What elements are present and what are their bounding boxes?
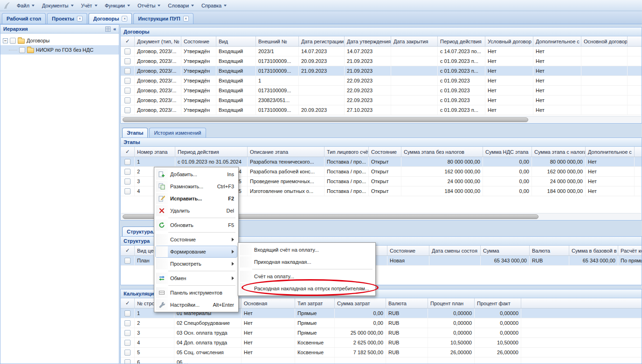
- check-column-header[interactable]: ✓: [121, 298, 135, 308]
- check-column-header[interactable]: ✓: [121, 36, 135, 46]
- row-checkbox[interactable]: [124, 48, 131, 55]
- menubar-item[interactable]: Файл: [13, 1, 38, 10]
- context-menu-item[interactable]: Добавить...Ins: [155, 168, 237, 180]
- context-menu-item[interactable]: Состояние: [155, 234, 237, 246]
- menubar-item[interactable]: Учёт: [77, 1, 101, 10]
- tab[interactable]: Этапы: [122, 128, 148, 137]
- menubar-item[interactable]: Функции: [101, 1, 134, 10]
- column-header[interactable]: Тип лицевого счёт: [324, 147, 369, 157]
- column-header[interactable]: Сумма НДС этапа: [483, 147, 532, 157]
- column-header[interactable]: Период действия: [438, 36, 485, 46]
- table-row[interactable]: 1с 01.09.2023 по 31.05.2024Разработка те…: [121, 157, 642, 167]
- tab-close-button[interactable]: ×: [122, 16, 127, 21]
- tree-checkbox[interactable]: [10, 38, 16, 44]
- h-scrollbar[interactable]: [121, 116, 641, 123]
- column-header[interactable]: Валюта: [386, 298, 428, 308]
- table-row[interactable]: Договор, 2023/...УтверждёнВходящий122.09…: [121, 76, 642, 86]
- column-header[interactable]: Валюта: [530, 246, 569, 255]
- row-checkbox[interactable]: [124, 78, 131, 84]
- tab[interactable]: Инструкции ПУП×: [133, 13, 193, 24]
- menubar-item[interactable]: Словари: [164, 1, 198, 10]
- context-menu-item[interactable]: УдалитьDel: [155, 205, 237, 217]
- column-header[interactable]: Дата регистрации: [299, 36, 345, 46]
- context-menu-item[interactable]: Настройки...Alt+Enter: [155, 299, 237, 311]
- column-header[interactable]: Основной договор: [581, 36, 628, 46]
- row-checkbox[interactable]: [124, 107, 131, 113]
- row-checkbox[interactable]: [124, 320, 131, 326]
- tree-collapse-icon[interactable]: [3, 38, 8, 43]
- tab[interactable]: Рабочий стол: [2, 13, 46, 24]
- submenu-item[interactable]: Входящий счёт на оплату...: [239, 244, 374, 256]
- table-row[interactable]: 505 Соц. отчисленияНетКосвенные7 182 500…: [121, 348, 642, 357]
- row-checkbox[interactable]: [124, 179, 131, 185]
- menubar-item[interactable]: Отчёты: [134, 1, 164, 10]
- column-header[interactable]: Состояние: [387, 246, 429, 255]
- column-header[interactable]: Внешний №: [256, 36, 299, 46]
- tree-checkbox[interactable]: [19, 47, 25, 53]
- submenu-item[interactable]: Расходная накладная на отпуск потребител…: [239, 282, 374, 295]
- table-row[interactable]: Договор, 2023/...УтверждёнВходящий017310…: [121, 86, 642, 96]
- tab-close-button[interactable]: ×: [183, 16, 189, 21]
- context-menu-item[interactable]: Исправить...F2: [155, 192, 237, 205]
- column-header[interactable]: Сумма: [481, 246, 530, 255]
- column-header[interactable]: Дата закрытия: [391, 36, 438, 46]
- column-header[interactable]: Состояние: [369, 147, 401, 157]
- tab-close-button[interactable]: ×: [77, 16, 83, 21]
- column-header[interactable]: Тип затрат: [295, 298, 335, 308]
- row-checkbox[interactable]: [124, 310, 131, 316]
- table-row[interactable]: Договор, 2023/...УтверждёнВходящий2023/1…: [121, 47, 642, 56]
- column-header[interactable]: Процент факт: [475, 298, 521, 308]
- submenu-item[interactable]: Приходная накладная...: [239, 256, 374, 268]
- column-header[interactable]: Условный договор: [485, 36, 533, 46]
- table-row[interactable]: Договор, 2023/...УтверждёнВходящий017310…: [121, 66, 642, 76]
- row-checkbox[interactable]: [124, 188, 131, 194]
- check-column-header[interactable]: ✓: [121, 246, 135, 255]
- row-checkbox[interactable]: [124, 159, 131, 165]
- row-checkbox[interactable]: [124, 258, 131, 264]
- row-checkbox[interactable]: [124, 97, 131, 103]
- column-header[interactable]: Основная: [242, 298, 295, 308]
- tree-item-contracts[interactable]: Договоры: [0, 36, 119, 45]
- menubar-item[interactable]: Документы: [38, 1, 77, 10]
- column-header[interactable]: Сумма этапа с налогами: [532, 147, 586, 157]
- check-column-header[interactable]: ✓: [121, 147, 135, 157]
- column-header[interactable]: Вид: [216, 36, 256, 46]
- h-scrollbar-thumb[interactable]: [123, 117, 528, 122]
- row-checkbox[interactable]: [124, 359, 131, 364]
- column-header[interactable]: Сумма затрат: [335, 298, 386, 308]
- column-header[interactable]: Процент план: [428, 298, 475, 308]
- column-header[interactable]: Документ (тип, №: [135, 36, 181, 46]
- table-row[interactable]: 404 Доп. оплата трудаНетКосвенные2 625 0…: [121, 338, 642, 348]
- column-header[interactable]: Номер этапа: [135, 147, 175, 157]
- collapse-panel-icon[interactable]: «: [113, 26, 116, 32]
- tab[interactable]: Проекты×: [47, 13, 87, 24]
- context-menu-item[interactable]: Панель инструментов: [155, 287, 237, 299]
- row-checkbox[interactable]: [124, 169, 131, 175]
- column-header[interactable]: Период действия: [175, 147, 248, 157]
- table-row[interactable]: 303 Осн. оплата трудаНетПрямые25 000 000…: [121, 328, 642, 338]
- row-checkbox[interactable]: [124, 68, 131, 74]
- row-checkbox[interactable]: [124, 350, 131, 356]
- context-menu-item[interactable]: Просмотреть: [155, 258, 237, 270]
- row-checkbox[interactable]: [124, 88, 131, 94]
- table-row[interactable]: Договор, 2023/...УтверждёнВходящий017310…: [121, 105, 642, 115]
- tree-item-niokr[interactable]: НИОКР по ГОЗ без НДС: [0, 45, 119, 55]
- table-row[interactable]: Договор, 2023/...УтверждёнВходящий017310…: [121, 56, 642, 66]
- table-row[interactable]: 606 ...: [121, 357, 642, 364]
- grid-view-icon[interactable]: [105, 26, 111, 32]
- context-menu-item[interactable]: Размножить...Ctrl+F3: [155, 180, 237, 192]
- column-header[interactable]: Дата утверждения: [345, 36, 391, 46]
- table-row[interactable]: 202 СпецоборудованиеНетПрямые0,00RUB0,00…: [121, 318, 642, 328]
- table-row[interactable]: Договор, 2023/...УтверждёнВходящий230823…: [121, 96, 642, 105]
- column-header[interactable]: Сумма этапа без налогов: [401, 147, 483, 157]
- row-checkbox[interactable]: [124, 340, 131, 346]
- context-menu-item[interactable]: Формирование: [155, 246, 237, 258]
- column-header[interactable]: Расчёт ко...: [618, 246, 642, 255]
- column-header[interactable]: Дата смены состоя: [429, 246, 481, 255]
- context-menu-item[interactable]: Обмен: [155, 272, 237, 284]
- submenu-item[interactable]: Счёт на оплату...: [239, 270, 374, 282]
- context-menu-item[interactable]: ОбновитьF5: [155, 219, 237, 231]
- tab[interactable]: Договоры×: [89, 13, 132, 24]
- column-header[interactable]: Описание этапа: [248, 147, 324, 157]
- column-header[interactable]: Состояние: [181, 36, 216, 46]
